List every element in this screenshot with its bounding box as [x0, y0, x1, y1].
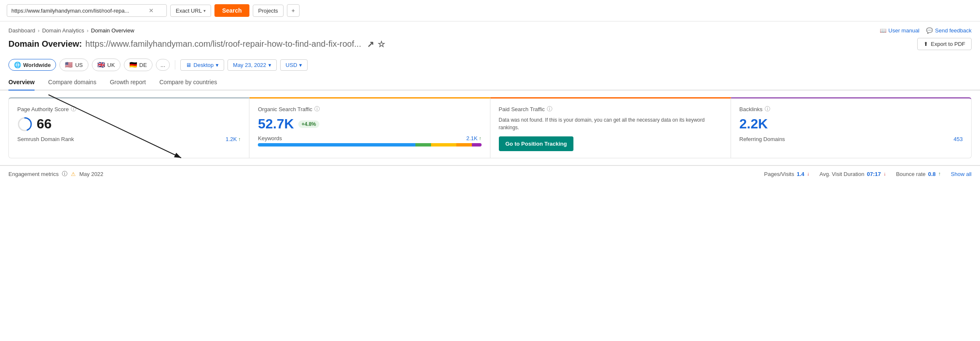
warning-icon: ⚠ [71, 171, 76, 177]
card-authority-label: Page Authority Score ⓘ [17, 105, 241, 113]
info-icon-backlinks[interactable]: ⓘ [765, 105, 770, 113]
bounce-rate-label: Bounce rate [896, 171, 926, 177]
book-icon: 📖 [880, 27, 886, 34]
annotation-area: Page Authority Score ⓘ 66 Semrush Domain… [0, 91, 980, 165]
chevron-down-icon: ▾ [216, 62, 219, 68]
export-pdf-button[interactable]: ⬆ Export to PDF [917, 38, 972, 50]
pages-visits-value: 1.4 [797, 171, 804, 177]
filter-bar: 🌐 Worldwide 🇺🇸 US 🇬🇧 UK 🇩🇪 DE ... 🖥 Desk… [0, 55, 980, 75]
uk-flag-icon: 🇬🇧 [97, 61, 105, 69]
engagement-left: Engagement metrics ⓘ ⚠ May 2022 [8, 170, 103, 178]
breadcrumb-domain-analytics[interactable]: Domain Analytics [42, 27, 84, 34]
card-authority: Page Authority Score ⓘ 66 Semrush Domain… [8, 97, 249, 158]
card-backlinks: Backlinks ⓘ 2.2K Referring Domains 453 [731, 97, 972, 158]
rank-value: 1.2K ↑ [226, 136, 241, 142]
add-project-button[interactable]: + [287, 4, 300, 17]
keywords-trend-icon: ↑ [479, 136, 482, 141]
tab-compare-countries[interactable]: Compare by countries [159, 75, 217, 91]
organic-badge: +4.8% [298, 120, 319, 128]
url-type-label: Exact URL [176, 8, 202, 14]
top-bar: ✕ Exact URL ▾ Search Projects + [0, 0, 980, 21]
chevron-down-icon: ▾ [268, 62, 271, 68]
engagement-bar: Engagement metrics ⓘ ⚠ May 2022 Pages/Vi… [0, 165, 980, 182]
go-position-tracking-button[interactable]: Go to Position Tracking [499, 136, 574, 151]
upload-icon: ⬆ [924, 41, 928, 47]
card-organic-label: Organic Search Traffic ⓘ [258, 105, 481, 113]
bar-yellow [431, 143, 456, 147]
card-backlinks-value: 2.2K [739, 116, 963, 132]
tab-compare-domains[interactable]: Compare domains [48, 75, 96, 91]
projects-label: Projects [258, 8, 278, 14]
user-manual-link[interactable]: 📖 User manual [880, 27, 920, 34]
globe-icon: 🌐 [14, 61, 21, 68]
avg-duration-metric: Avg. Visit Duration 07:17 ↓ [819, 171, 886, 177]
filter-worldwide[interactable]: 🌐 Worldwide [8, 59, 56, 71]
device-filter[interactable]: 🖥 Desktop ▾ [180, 59, 224, 71]
close-icon[interactable]: ✕ [149, 7, 154, 14]
info-icon-paid[interactable]: ⓘ [547, 105, 552, 113]
url-input-wrap: ✕ [7, 4, 167, 17]
avg-duration-value: 07:17 [867, 171, 881, 177]
keywords-section: Keywords 2.1K ↑ [258, 135, 481, 147]
engagement-label: Engagement metrics [8, 171, 59, 177]
bar-purple [472, 143, 481, 147]
date-filter[interactable]: May 23, 2022 ▾ [228, 59, 277, 71]
breadcrumb-current: Domain Overview [91, 27, 134, 34]
url-input[interactable] [11, 8, 146, 14]
card-paid: Paid Search Traffic ⓘ Data was not found… [490, 97, 731, 158]
tab-growth-report[interactable]: Growth report [110, 75, 146, 91]
de-flag-icon: 🇩🇪 [129, 61, 137, 69]
domain-title-bar: Domain Overview: https://www.familyhandy… [0, 36, 980, 55]
url-type-dropdown[interactable]: Exact URL ▾ [170, 5, 211, 17]
filter-divider [175, 60, 175, 69]
breadcrumb-actions: 📖 User manual 💬 Send feedback [880, 27, 972, 34]
cards-area: Page Authority Score ⓘ 66 Semrush Domain… [0, 91, 980, 165]
bounce-rate-value: 0.8 [928, 171, 936, 177]
chevron-down-icon: ▾ [299, 62, 302, 68]
card-authority-value: 66 [17, 116, 241, 132]
breadcrumb: Dashboard › Domain Analytics › Domain Ov… [8, 27, 134, 34]
desktop-icon: 🖥 [186, 62, 191, 68]
more-filters-button[interactable]: ... [156, 59, 170, 71]
card-organic: Organic Search Traffic ⓘ 52.7K +4.8% Key… [249, 97, 490, 158]
keywords-row: Keywords 2.1K ↑ [258, 135, 481, 141]
domain-title-icons: ↗ ☆ [367, 39, 385, 49]
bounce-rate-trend-icon: ↑ [938, 171, 941, 177]
info-icon[interactable]: ⓘ [71, 105, 76, 113]
tabs-bar: Overview Compare domains Growth report C… [0, 75, 980, 91]
bar-green [415, 143, 431, 147]
pages-visits-label: Pages/Visits [764, 171, 794, 177]
keywords-value: 2.1K ↑ [466, 135, 482, 141]
bar-orange [456, 143, 472, 147]
currency-filter[interactable]: USD ▾ [280, 59, 308, 71]
filter-uk[interactable]: 🇬🇧 UK [92, 59, 120, 71]
filter-de[interactable]: 🇩🇪 DE [124, 59, 153, 71]
us-flag-icon: 🇺🇸 [65, 61, 73, 69]
star-icon[interactable]: ☆ [378, 39, 385, 49]
filter-us[interactable]: 🇺🇸 US [59, 59, 88, 71]
engagement-date: May 2022 [79, 171, 103, 177]
breadcrumb-bar: Dashboard › Domain Analytics › Domain Ov… [0, 21, 980, 36]
authority-circle-chart [17, 117, 32, 132]
referring-value[interactable]: 453 [953, 136, 963, 142]
pages-visits-trend-icon: ↓ [807, 171, 809, 177]
domain-url: https://www.familyhandyman.com/list/roof… [86, 39, 361, 49]
info-icon-engagement[interactable]: ⓘ [62, 170, 67, 178]
pages-visits-metric: Pages/Visits 1.4 ↓ [764, 171, 809, 177]
search-button[interactable]: Search [214, 4, 249, 17]
show-all-link[interactable]: Show all [951, 171, 972, 177]
card-organic-value: 52.7K +4.8% [258, 116, 481, 132]
send-feedback-link[interactable]: 💬 Send feedback [926, 27, 972, 34]
message-icon: 💬 [926, 27, 933, 34]
avg-duration-label: Avg. Visit Duration [819, 171, 864, 177]
tab-overview[interactable]: Overview [8, 75, 35, 91]
breadcrumb-sep-2: › [87, 27, 88, 34]
projects-button[interactable]: Projects [253, 5, 284, 17]
semrush-rank-row: Semrush Domain Rank 1.2K ↑ [17, 136, 241, 142]
referring-domains-row: Referring Domains 453 [739, 136, 963, 142]
breadcrumb-dashboard[interactable]: Dashboard [8, 27, 35, 34]
info-icon-organic[interactable]: ⓘ [314, 105, 320, 113]
domain-title: Domain Overview: https://www.familyhandy… [8, 39, 385, 49]
external-link-icon[interactable]: ↗ [367, 39, 374, 49]
card-backlinks-label: Backlinks ⓘ [739, 105, 963, 113]
